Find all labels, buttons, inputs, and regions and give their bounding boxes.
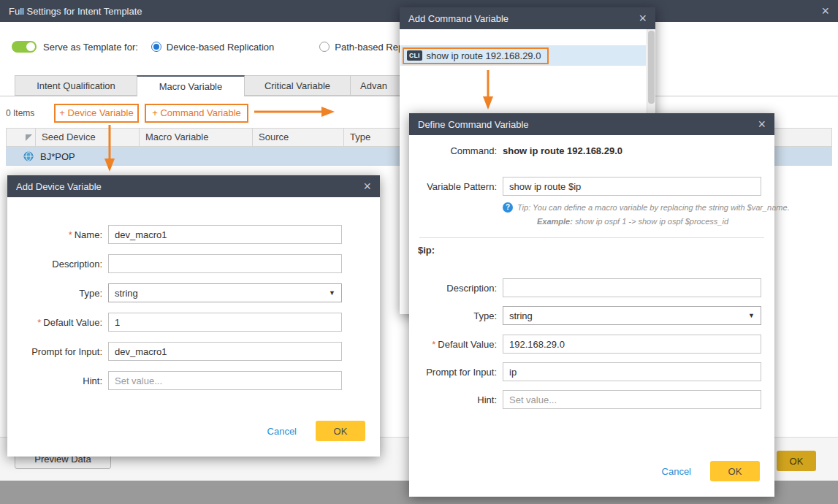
- field-label-text: Name:: [75, 229, 102, 240]
- required-star: *: [432, 339, 435, 350]
- serve-template-label: Serve as Template for:: [43, 42, 138, 53]
- radio-device-based-replication[interactable]: Device-based Replication: [151, 42, 274, 53]
- close-icon[interactable]: ×: [363, 180, 371, 193]
- field-label: Type:: [7, 288, 102, 299]
- default-value-input[interactable]: [503, 335, 761, 354]
- sort-icon: [26, 134, 32, 141]
- full-settings-title: Full Settings for Intent Template: [9, 6, 142, 17]
- field-row-hint: Hint:: [409, 390, 774, 409]
- hint-input[interactable]: [503, 390, 761, 409]
- radio-label: Device-based Replication: [167, 42, 274, 53]
- field-label: Hint:: [409, 394, 497, 405]
- description-input[interactable]: [108, 254, 342, 273]
- type-select[interactable]: string ▼: [108, 283, 342, 302]
- field-label: Hint:: [7, 375, 102, 386]
- tab-critical-variable[interactable]: Critical Variable: [244, 75, 351, 96]
- add-device-title: Add Device Variable: [16, 181, 102, 192]
- variable-pattern-label: Variable Pattern:: [409, 181, 497, 192]
- add-command-variable-button[interactable]: + Command Variable: [145, 104, 248, 123]
- field-label-text: Default Value:: [438, 339, 497, 350]
- field-row-type: Type: string ▼: [7, 283, 380, 302]
- field-row-name: *Name:: [7, 225, 380, 244]
- column-source[interactable]: Source: [253, 129, 344, 146]
- type-select-value: string: [115, 288, 138, 299]
- name-input[interactable]: [108, 225, 342, 244]
- serve-template-toggle[interactable]: [12, 41, 37, 53]
- field-label: *Default Value:: [409, 339, 497, 350]
- command-item-text: show ip route 192.168.29.0: [427, 50, 541, 61]
- add-command-title: Add Command Variable: [408, 13, 508, 24]
- field-label-text: Prompt for Input:: [426, 367, 497, 378]
- define-command-buttons: Cancel OK: [662, 461, 760, 481]
- column-seed-device[interactable]: Seed Device: [36, 129, 140, 146]
- field-label: Description:: [7, 259, 102, 270]
- chevron-down-icon: ▼: [748, 312, 755, 319]
- command-item-highlight: CLI show ip route 192.168.29.0: [403, 47, 549, 64]
- variable-pattern-input[interactable]: [503, 177, 761, 196]
- field-row-default-value: *Default Value:: [409, 335, 774, 354]
- field-label-text: Description:: [446, 283, 497, 294]
- hint-input[interactable]: [108, 371, 342, 390]
- command-value: show ip route 192.168.29.0: [503, 145, 622, 156]
- add-device-buttons: Cancel OK: [267, 421, 365, 441]
- device-icon: [6, 151, 35, 161]
- command-list-item[interactable]: CLI show ip route 192.168.29.0: [400, 45, 646, 66]
- required-star: *: [69, 229, 72, 240]
- field-row-type: Type: string ▼: [409, 306, 774, 325]
- field-row-description: Description:: [7, 254, 380, 273]
- column-macro-variable[interactable]: Macro Variable: [140, 129, 253, 146]
- main-ok-button[interactable]: OK: [777, 451, 816, 471]
- close-icon[interactable]: ×: [758, 118, 766, 131]
- variable-pattern-row: Variable Pattern:: [409, 177, 774, 196]
- ok-button[interactable]: OK: [710, 461, 760, 481]
- command-label: Command:: [409, 145, 497, 156]
- tab-macro-variable[interactable]: Macro Variable: [137, 75, 245, 96]
- ok-button[interactable]: OK: [316, 421, 365, 441]
- tip-text: Tip: You can define a macro variable by …: [517, 203, 790, 212]
- field-label-text: Type:: [473, 310, 497, 321]
- field-label: Prompt for Input:: [409, 367, 497, 378]
- field-label: *Default Value:: [7, 317, 102, 328]
- cancel-button[interactable]: Cancel: [267, 426, 297, 437]
- select-all-corner[interactable]: [7, 129, 36, 146]
- field-label-text: Default Value:: [43, 317, 102, 328]
- field-row-description: Description:: [409, 278, 774, 297]
- prompt-for-input-input[interactable]: [503, 362, 761, 381]
- radio-selected-icon: [151, 42, 161, 52]
- items-count: 0 Items: [6, 103, 34, 123]
- field-label-text: Hint:: [477, 394, 497, 405]
- help-icon: ?: [503, 202, 513, 213]
- example-row: Example: show ip ospf 1 -> show ip ospf …: [503, 217, 763, 226]
- tab-intent-qualification[interactable]: Intent Qualification: [15, 75, 137, 96]
- required-star: *: [37, 317, 41, 328]
- close-icon[interactable]: ×: [821, 4, 829, 18]
- default-value-input[interactable]: [108, 313, 342, 332]
- scrollbar-thumb[interactable]: [648, 31, 655, 104]
- add-command-header: Add Command Variable ×: [400, 7, 655, 29]
- variable-name: $ip:: [418, 245, 435, 256]
- field-label: Description:: [409, 283, 497, 294]
- seed-device-name: BJ*POP: [35, 151, 75, 162]
- type-select[interactable]: string ▼: [503, 306, 761, 325]
- field-label-text: Type:: [79, 288, 102, 299]
- cli-badge-icon: CLI: [407, 50, 422, 61]
- cancel-button[interactable]: Cancel: [662, 466, 691, 477]
- field-label: Prompt for Input:: [7, 346, 102, 357]
- field-row-default-value: *Default Value:: [7, 313, 380, 332]
- add-device-variable-button[interactable]: + Device Variable: [54, 104, 139, 123]
- define-command-header: Define Command Variable ×: [409, 113, 774, 135]
- type-select-value: string: [509, 310, 533, 321]
- define-command-title: Define Command Variable: [418, 119, 529, 130]
- screen: Full Settings for Intent Template × Serv…: [0, 0, 838, 504]
- close-icon[interactable]: ×: [639, 12, 647, 25]
- add-device-header: Add Device Variable ×: [7, 175, 380, 197]
- field-label: *Name:: [7, 229, 102, 240]
- field-row-hint: Hint:: [7, 371, 380, 390]
- field-row-prompt: Prompt for Input:: [409, 362, 774, 381]
- prompt-for-input-input[interactable]: [108, 342, 342, 361]
- description-input[interactable]: [503, 278, 761, 297]
- tip-row: ? Tip: You can define a macro variable b…: [503, 202, 790, 213]
- chevron-down-icon: ▼: [329, 289, 335, 297]
- divider: [419, 237, 764, 238]
- command-row: Command: show ip route 192.168.29.0: [409, 141, 774, 160]
